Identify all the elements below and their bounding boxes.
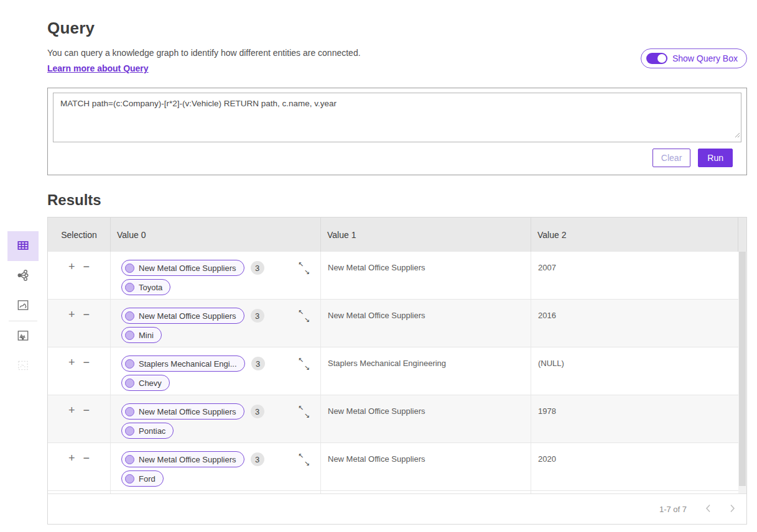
company-node-pill[interactable]: New Metal Office Suppliers xyxy=(121,260,244,276)
table-body: + − New Metal Office Suppliers 3 ↖↘ Toyo… xyxy=(48,252,746,491)
add-selection-button[interactable]: + xyxy=(68,261,75,299)
query-input[interactable]: MATCH path=(c:Company)-[r*2]-(v:Vehicle)… xyxy=(53,93,741,142)
expand-diagonal-icon[interactable]: ↖↘ xyxy=(299,311,309,321)
chevron-right-icon xyxy=(730,504,735,515)
table-row: + − New Metal Office Suppliers 3 ↖↘ Pont… xyxy=(48,395,746,443)
selection-cell: + − xyxy=(48,443,110,490)
column-header-value2: Value 2 xyxy=(531,218,746,252)
expand-diagonal-icon[interactable]: ↖↘ xyxy=(299,359,309,369)
count-badge: 3 xyxy=(251,357,265,370)
table-footer: 1-7 of 7 xyxy=(48,493,746,524)
sketch-view-icon xyxy=(16,298,30,314)
expand-diagonal-icon[interactable]: ↖↘ xyxy=(299,263,309,273)
value0-cell: New Metal Office Suppliers 3 ↖↘ Pontiac xyxy=(110,395,320,443)
node-dot-icon xyxy=(125,407,134,416)
node-dot-icon xyxy=(125,426,134,436)
sketch-view-button[interactable] xyxy=(7,291,39,321)
header-scrollbar-divider xyxy=(738,218,738,252)
query-actions: Clear Run xyxy=(53,142,741,175)
value0-cell: New Metal Office Suppliers 3 ↖↘ Toyota xyxy=(110,252,320,299)
page-title: Query xyxy=(47,19,747,38)
empty-view-button xyxy=(7,351,39,381)
table-view-button[interactable] xyxy=(7,231,39,261)
node-dot-icon xyxy=(125,331,134,340)
count-badge: 3 xyxy=(251,309,264,323)
learn-more-link[interactable]: Learn more about Query xyxy=(47,63,149,73)
chevron-left-icon xyxy=(705,504,711,515)
value1-cell: New Metal Office Suppliers xyxy=(320,300,531,347)
value2-cell: (NULL) xyxy=(531,347,746,395)
query-box-panel: MATCH path=(c:Company)-[r*2]-(v:Vehicle)… xyxy=(47,88,747,175)
add-selection-button[interactable]: + xyxy=(68,357,75,395)
node-dot-icon xyxy=(125,474,134,484)
vehicle-pill-label: Pontiac xyxy=(139,426,165,436)
company-pill-label: New Metal Office Suppliers xyxy=(139,455,236,464)
node-dot-icon xyxy=(125,283,134,292)
scrollbar-thumb[interactable] xyxy=(739,252,746,486)
count-badge: 3 xyxy=(251,405,264,418)
vehicle-pill-label: Ford xyxy=(139,474,156,484)
value1-cell: New Metal Office Suppliers xyxy=(320,395,531,443)
table-row: + − Staplers Mechanical Engi... 3 ↖↘ Che… xyxy=(48,347,746,395)
vehicle-pill-label: Chevy xyxy=(139,378,162,388)
add-selection-button[interactable]: + xyxy=(68,452,75,490)
show-query-box-toggle[interactable]: Show Query Box xyxy=(641,48,747,68)
company-node-pill[interactable]: Staplers Mechanical Engi... xyxy=(121,355,245,372)
vehicle-node-pill[interactable]: Mini xyxy=(121,327,162,343)
resize-handle-icon[interactable] xyxy=(734,129,740,140)
run-button[interactable]: Run xyxy=(698,149,733,167)
value1-cell: New Metal Office Suppliers xyxy=(320,443,531,490)
add-selection-button[interactable]: + xyxy=(68,309,75,347)
company-pill-label: New Metal Office Suppliers xyxy=(139,264,236,273)
company-node-pill[interactable]: New Metal Office Suppliers xyxy=(121,308,244,324)
pagination-prev-button[interactable] xyxy=(705,504,711,515)
vehicle-node-pill[interactable]: Pontiac xyxy=(121,423,174,439)
expand-diagonal-icon[interactable]: ↖↘ xyxy=(299,454,309,465)
toggle-switch-icon xyxy=(646,53,667,64)
selection-cell: + − xyxy=(48,395,110,443)
value2-cell: 2020 xyxy=(531,443,746,490)
toggle-knob xyxy=(657,54,666,63)
table-row: + − New Metal Office Suppliers 3 ↖↘ Mini xyxy=(48,300,746,347)
vertical-scrollbar[interactable] xyxy=(738,252,746,493)
toggle-label: Show Query Box xyxy=(672,53,738,63)
graph-view-icon xyxy=(16,268,30,284)
node-dot-icon xyxy=(125,455,134,464)
remove-selection-button[interactable]: − xyxy=(83,357,90,395)
vehicle-node-pill[interactable]: Chevy xyxy=(121,375,170,391)
node-dot-icon xyxy=(125,359,134,369)
value1-cell: Staplers Mechanical Engineering xyxy=(320,347,531,395)
value2-cell: 2016 xyxy=(531,300,746,347)
value1-cell: New Metal Office Suppliers xyxy=(320,252,531,299)
column-header-value1: Value 1 xyxy=(320,218,531,252)
selection-cell: + − xyxy=(48,347,110,395)
snapshot-view-icon xyxy=(16,329,30,344)
graph-view-button[interactable] xyxy=(7,261,39,291)
company-node-pill[interactable]: New Metal Office Suppliers xyxy=(121,451,244,467)
clear-button[interactable]: Clear xyxy=(653,149,690,167)
table-header: Selection Value 0 Value 1 Value 2 xyxy=(48,218,746,252)
table-row: + − New Metal Office Suppliers 3 ↖↘ Ford xyxy=(48,443,746,491)
remove-selection-button[interactable]: − xyxy=(83,261,90,299)
remove-selection-button[interactable]: − xyxy=(83,405,90,443)
remove-selection-button[interactable]: − xyxy=(83,452,90,490)
results-title: Results xyxy=(47,191,747,209)
company-pill-label: New Metal Office Suppliers xyxy=(139,311,236,321)
node-dot-icon xyxy=(125,311,134,321)
expand-diagonal-icon[interactable]: ↖↘ xyxy=(299,406,309,417)
vehicle-node-pill[interactable]: Ford xyxy=(121,470,164,487)
value0-cell: New Metal Office Suppliers 3 ↖↘ Mini xyxy=(110,300,320,347)
add-selection-button[interactable]: + xyxy=(68,405,75,443)
node-dot-icon xyxy=(125,378,134,388)
query-page: Query You can query a knowledge graph to… xyxy=(0,0,757,532)
main-content: Query You can query a knowledge graph to… xyxy=(47,0,747,525)
selection-cell: + − xyxy=(48,300,110,347)
pagination-next-button[interactable] xyxy=(730,504,735,515)
snapshot-view-button[interactable] xyxy=(7,321,39,351)
company-node-pill[interactable]: New Metal Office Suppliers xyxy=(121,403,244,420)
remove-selection-button[interactable]: − xyxy=(83,309,90,347)
vehicle-pill-label: Mini xyxy=(139,331,154,340)
value2-cell: 1978 xyxy=(531,395,746,443)
column-header-value0: Value 0 xyxy=(110,218,320,252)
vehicle-node-pill[interactable]: Toyota xyxy=(121,279,170,295)
